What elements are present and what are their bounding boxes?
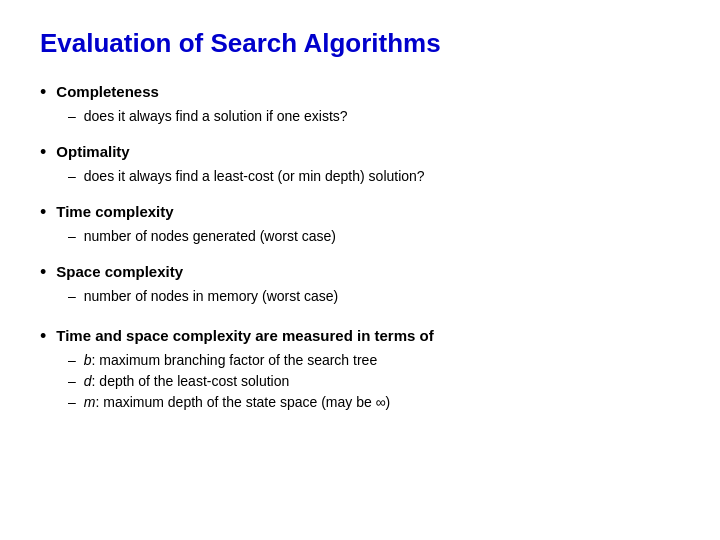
sub-text-last-3: m: maximum depth of the state space (may… — [84, 393, 390, 413]
sub-text-last-3-text: : maximum depth of the state space (may … — [95, 394, 390, 410]
bullet-dot-4: • — [40, 261, 46, 284]
sub-text-last-1-text: : maximum branching factor of the search… — [92, 352, 378, 368]
bullet-label-optimality: Optimality — [56, 141, 129, 162]
sub-text-last-1: b: maximum branching factor of the searc… — [84, 351, 377, 371]
sub-bullet-last-1: – b: maximum branching factor of the sea… — [68, 351, 680, 371]
bullet-label-time-complexity: Time complexity — [56, 201, 173, 222]
sub-dash-1: – — [68, 107, 76, 127]
sub-bullet-optimality-1: – does it always find a least-cost (or m… — [68, 167, 680, 187]
sub-bullet-space-complexity-1: – number of nodes in memory (worst case) — [68, 287, 680, 307]
sub-bullet-last-2: – d: depth of the least-cost solution — [68, 372, 680, 392]
sub-dash-4: – — [68, 287, 76, 307]
key-m: m — [84, 394, 96, 410]
key-b: b — [84, 352, 92, 368]
sub-bullet-last-3: – m: maximum depth of the state space (m… — [68, 393, 680, 413]
bullet-dot-2: • — [40, 141, 46, 164]
bullet-dot-5: • — [40, 325, 46, 348]
sub-dash-7: – — [68, 393, 76, 413]
sub-dash-2: – — [68, 167, 76, 187]
bullet-space-complexity: • Space complexity – number of nodes in … — [40, 261, 680, 307]
bullet-optimality: • Optimality – does it always find a lea… — [40, 141, 680, 187]
sub-text-last-2-text: : depth of the least-cost solution — [92, 373, 290, 389]
sub-dash-3: – — [68, 227, 76, 247]
sub-text-time-complexity-1: number of nodes generated (worst case) — [84, 227, 336, 247]
sub-text-completeness-1: does it always find a solution if one ex… — [84, 107, 348, 127]
bullet-last: • Time and space complexity are measured… — [40, 325, 680, 412]
slide: Evaluation of Search Algorithms • Comple… — [0, 0, 720, 540]
bullet-label-last: Time and space complexity are measured i… — [56, 325, 433, 346]
bullet-completeness: • Completeness – does it always find a s… — [40, 81, 680, 127]
sub-dash-5: – — [68, 351, 76, 371]
bullet-dot-3: • — [40, 201, 46, 224]
key-d: d — [84, 373, 92, 389]
slide-title: Evaluation of Search Algorithms — [40, 28, 680, 59]
bullet-label-space-complexity: Space complexity — [56, 261, 183, 282]
sub-dash-6: – — [68, 372, 76, 392]
sub-bullet-completeness-1: – does it always find a solution if one … — [68, 107, 680, 127]
bullet-label-completeness: Completeness — [56, 81, 159, 102]
bullet-dot-1: • — [40, 81, 46, 104]
sub-text-optimality-1: does it always find a least-cost (or min… — [84, 167, 425, 187]
sub-text-space-complexity-1: number of nodes in memory (worst case) — [84, 287, 338, 307]
sub-bullet-time-complexity-1: – number of nodes generated (worst case) — [68, 227, 680, 247]
bullet-time-complexity: • Time complexity – number of nodes gene… — [40, 201, 680, 247]
sub-text-last-2: d: depth of the least-cost solution — [84, 372, 289, 392]
